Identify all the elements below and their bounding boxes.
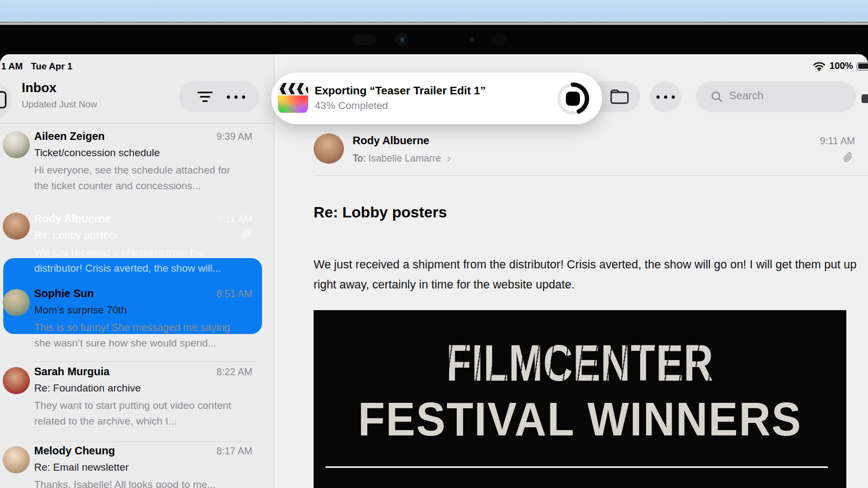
more-actions-button[interactable] [650,81,681,112]
export-title: Exporting “Teaser Trailer Edit 1” [315,84,486,97]
avatar [3,289,30,316]
stop-export-button[interactable] [566,92,580,106]
status-indicators: 100% [813,61,868,72]
email-preview: Thanks, Isabelle! All looks good to me..… [34,477,243,488]
camera-housing [353,34,376,45]
email-time: 9:39 AM [216,131,252,143]
email-subject: Re: Lobby posters [34,229,118,241]
message-subject: Re: Lobby posters [314,204,447,221]
ellipsis-icon [656,95,675,99]
mail-app-window: 1 AM Tue Apr 1 Inbox Updated Just Now Ai… [0,54,868,488]
email-preview: This is so funny! She messaged me saying… [34,320,243,351]
row-divider [34,441,259,442]
pane-divider [274,54,275,488]
email-subject: Mom’s surprise 70th [34,304,127,316]
to-label: To: [353,153,366,164]
ipad-photo: 1 AM Tue Apr 1 Inbox Updated Just Now Ai… [0,0,868,488]
header-divider [0,123,274,124]
status-time: 1 AM [1,61,23,72]
export-progress-label: 43% Completed [315,100,388,112]
more-button[interactable] [227,95,245,99]
sender-avatar [314,133,344,164]
email-time: 8:22 AM [216,367,252,378]
folder-button[interactable] [610,89,629,105]
filter-button[interactable] [195,92,215,102]
banner-line2: FESTIVAL WINNERS [335,391,825,447]
sender-name: Rody Albuerne [34,213,111,225]
ambient-sensor-icon [470,37,474,41]
sender-name: Aileen Zeigen [34,130,105,143]
email-time: 9:11 AM [217,214,252,225]
row-divider [34,361,259,362]
email-time: 8:17 AM [216,446,252,457]
mailbox-updated-status: Updated Just Now [22,99,97,110]
message-body: We just received a shipment from the dis… [314,255,867,295]
recipient-name: Isabelle Lamarre [368,153,441,164]
recipient-line[interactable]: To: Isabelle Lamarre › [353,152,451,164]
festival-winners-banner-image: FILMCENTER FESTIVAL WINNERS [314,310,846,488]
email-preview: They want to start putting out video con… [34,398,243,429]
search-placeholder: Search [729,89,763,102]
sender-name: Sarah Murguia [34,365,110,378]
export-progress-ring [554,80,592,118]
email-preview: We just received a shipment from the dis… [34,245,243,276]
attachment-icon [843,152,853,162]
email-subject: Ticket/concession schedule [34,147,160,159]
message-list-pane: 1 AM Tue Apr 1 Inbox Updated Just Now Ai… [0,54,274,488]
sidebar-icon [0,91,7,108]
avatar [3,367,30,394]
battery-icon [857,62,868,70]
avatar [3,446,30,473]
email-subject: Re: Foundation archive [34,382,141,394]
email-subject: Re: Email newsletter [34,461,129,473]
message-header-divider [314,175,868,176]
battery-percent: 100% [829,61,853,72]
email-preview: Hi everyone, see the schedule attached f… [34,163,243,194]
sender-name: Sophie Sun [34,287,94,300]
camera-lens-glint [400,37,404,42]
truedepth-sensor-icon [492,33,506,47]
message-time: 9:11 AM [820,136,855,147]
email-time: 8:51 AM [216,288,252,300]
final-cut-pro-icon [278,83,308,114]
search-field[interactable]: Search [695,81,856,112]
status-date: Tue Apr 1 [31,61,73,72]
wifi-icon [813,61,826,71]
banner-rule [326,466,828,468]
search-icon [711,91,723,103]
avatar [3,213,30,240]
avatar [3,131,30,158]
banner-line1: FILMCENTER [367,334,793,393]
list-actions-capsule [179,81,259,112]
mailbox-title: Inbox [22,80,56,95]
compose-icon-partial[interactable] [861,94,868,103]
chevron-right-icon: › [447,152,451,164]
export-live-activity[interactable]: Exporting “Teaser Trailer Edit 1” 43% Co… [271,73,602,124]
attachment-icon [242,230,251,239]
message-sender-name: Rody Albuerne [353,134,430,147]
sender-name: Melody Cheung [34,445,115,457]
